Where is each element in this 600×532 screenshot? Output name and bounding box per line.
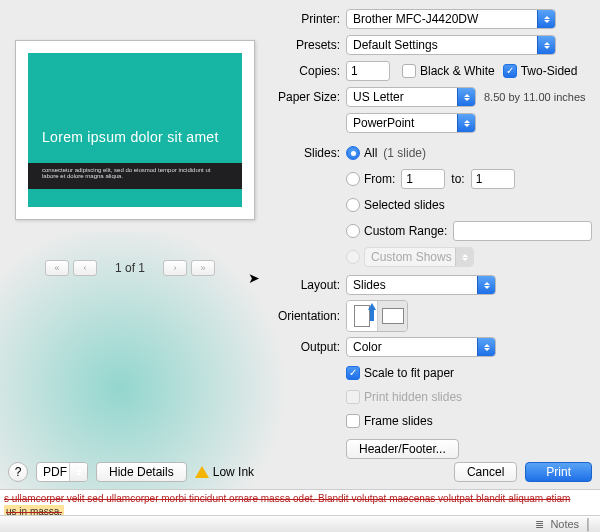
radio-icon — [346, 250, 360, 264]
frame-checkbox[interactable]: Frame slides — [346, 414, 433, 428]
print-preview: Lorem ipsum dolor sit amet consectetur a… — [15, 40, 255, 220]
bw-checkbox[interactable]: Black & White — [402, 64, 495, 78]
hidden-label: Print hidden slides — [364, 390, 462, 404]
papersize-value: US Letter — [353, 90, 404, 104]
bw-label: Black & White — [420, 64, 495, 78]
slides-all-label: All — [364, 146, 377, 160]
print-button[interactable]: Print — [525, 462, 592, 482]
presets-select[interactable]: Default Settings — [346, 35, 556, 55]
warning-icon — [195, 466, 209, 478]
pager-first-button[interactable]: « — [45, 260, 69, 276]
checkbox-icon: ✓ — [503, 64, 517, 78]
presets-label: Presets: — [270, 38, 340, 52]
chevron-updown-icon — [477, 276, 495, 294]
radio-icon — [346, 172, 360, 186]
hidden-checkbox: Print hidden slides — [346, 390, 462, 404]
printer-select[interactable]: Brother MFC-J4420DW — [346, 9, 556, 29]
app-select[interactable]: PowerPoint — [346, 113, 476, 133]
orientation-toggle — [346, 300, 408, 332]
slides-to-input[interactable]: 1 — [471, 169, 515, 189]
layout-value: Slides — [353, 278, 386, 292]
copies-input[interactable]: 1 — [346, 61, 390, 81]
papersize-label: Paper Size: — [270, 90, 340, 104]
divider-icon: │ — [585, 518, 592, 530]
checkbox-icon — [346, 390, 360, 404]
chevron-updown-icon — [457, 88, 475, 106]
orientation-label: Orientation: — [270, 309, 340, 323]
slides-selected-label: Selected slides — [364, 198, 445, 212]
output-value: Color — [353, 340, 382, 354]
slides-customrange-radio[interactable]: Custom Range: — [346, 224, 447, 238]
pdf-label: PDF — [43, 465, 67, 479]
cursor-icon: ➤ — [248, 270, 260, 286]
custom-range-input[interactable] — [453, 221, 592, 241]
dialog-footer: ? PDF Hide Details Low Ink Cancel Print — [0, 456, 600, 488]
notes-label[interactable]: Notes — [550, 518, 579, 530]
twosided-label: Two-Sided — [521, 64, 578, 78]
pager-count: 1 of 1 — [115, 261, 145, 275]
doc-line-1: s ullamcorper velit sed ullamcorper morb… — [4, 492, 596, 505]
low-ink-label: Low Ink — [213, 465, 254, 479]
print-dialog: Printer: Brother MFC-J4420DW Presets: De… — [0, 0, 600, 494]
slides-from-label: From: — [364, 172, 395, 186]
hide-details-button[interactable]: Hide Details — [96, 462, 187, 482]
preview-slide: Lorem ipsum dolor sit amet consectetur a… — [28, 53, 242, 207]
presets-value: Default Settings — [353, 38, 438, 52]
output-select[interactable]: Color — [346, 337, 496, 357]
slides-customshows-radio — [346, 250, 360, 264]
pager-next-button[interactable]: › — [163, 260, 187, 276]
pdf-menu[interactable]: PDF — [36, 462, 88, 482]
slides-selected-radio[interactable]: Selected slides — [346, 198, 445, 212]
papersize-select[interactable]: US Letter — [346, 87, 476, 107]
chevron-updown-icon — [455, 248, 473, 266]
scale-label: Scale to fit paper — [364, 366, 454, 380]
help-button[interactable]: ? — [8, 462, 28, 482]
notes-icon[interactable]: ≣ — [535, 518, 544, 531]
output-label: Output: — [270, 340, 340, 354]
printer-label: Printer: — [270, 12, 340, 26]
page-landscape-icon — [382, 308, 404, 324]
slides-label: Slides: — [270, 146, 340, 160]
app-value: PowerPoint — [353, 116, 414, 130]
printer-value: Brother MFC-J4420DW — [353, 12, 478, 26]
pager-prev-button[interactable]: ‹ — [73, 260, 97, 276]
chevron-updown-icon — [457, 114, 475, 132]
papersize-dims: 8.50 by 11.00 inches — [484, 91, 586, 103]
checkbox-icon — [402, 64, 416, 78]
copies-label: Copies: — [270, 64, 340, 78]
chevron-down-icon — [69, 463, 87, 481]
speech-notch-icon — [64, 155, 76, 163]
slides-all-count: (1 slide) — [383, 146, 426, 160]
radio-icon — [346, 224, 360, 238]
orientation-landscape[interactable] — [377, 301, 407, 331]
slide-subtitle: consectetur adipiscing elit, sed do eius… — [28, 163, 242, 189]
chevron-updown-icon — [537, 36, 555, 54]
checkbox-icon — [346, 414, 360, 428]
slides-all-radio[interactable]: All — [346, 146, 377, 160]
arrow-up-icon — [368, 303, 376, 310]
custom-shows-select: Custom Shows — [364, 247, 474, 267]
layout-select[interactable]: Slides — [346, 275, 496, 295]
scale-checkbox[interactable]: ✓ Scale to fit paper — [346, 366, 454, 380]
cancel-button[interactable]: Cancel — [454, 462, 517, 482]
low-ink-status: Low Ink — [195, 465, 254, 479]
checkbox-icon: ✓ — [346, 366, 360, 380]
preview-pager: « ‹ 1 of 1 › » — [45, 260, 215, 276]
frame-label: Frame slides — [364, 414, 433, 428]
chevron-updown-icon — [537, 10, 555, 28]
settings-panel: Printer: Brother MFC-J4420DW Presets: De… — [270, 4, 592, 464]
radio-icon — [346, 146, 360, 160]
slides-to-label: to: — [451, 172, 464, 186]
layout-label: Layout: — [270, 278, 340, 292]
custom-shows-value: Custom Shows — [371, 250, 452, 264]
status-bar: ≣ Notes │ — [0, 515, 600, 532]
slides-customrange-label: Custom Range: — [364, 224, 447, 238]
slides-from-input[interactable]: 1 — [401, 169, 445, 189]
twosided-checkbox[interactable]: ✓ Two-Sided — [503, 64, 578, 78]
chevron-updown-icon — [477, 338, 495, 356]
pager-last-button[interactable]: » — [191, 260, 215, 276]
radio-icon — [346, 198, 360, 212]
slide-title: Lorem ipsum dolor sit amet — [42, 129, 219, 145]
slides-from-radio[interactable]: From: — [346, 172, 395, 186]
